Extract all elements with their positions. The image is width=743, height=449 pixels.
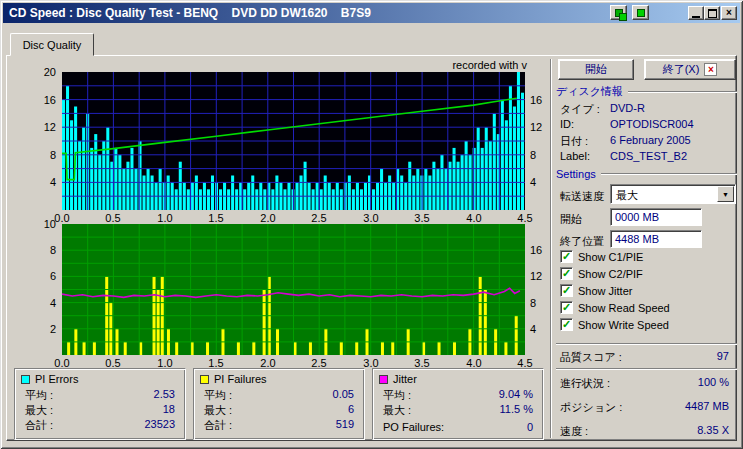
position-value: 4487 MB: [600, 400, 734, 412]
y-tick-label: 12: [44, 121, 56, 133]
disc-type-value: DVD-R: [610, 102, 645, 114]
exit-button[interactable]: 終了(X) ×: [644, 59, 736, 80]
checkbox-label: Show Jitter: [578, 285, 632, 297]
x-tick-label: 2.5: [307, 212, 331, 224]
x-tick-label: 4.0: [462, 212, 486, 224]
disc-id-value: OPTODISCR004: [610, 118, 694, 130]
close-button[interactable]: ×: [721, 6, 737, 20]
y-tick-label: 10: [44, 218, 56, 230]
stat-value: 23523: [144, 418, 175, 431]
checkbox-box: ✓: [560, 301, 573, 314]
disc-label-value: CDS_TEST_B2: [610, 150, 687, 162]
stat-label: 最大 :: [204, 403, 232, 416]
quality-score-value: 97: [600, 350, 734, 362]
checkbox-show-c1-pie[interactable]: ✓ Show C1/PIE: [560, 250, 643, 263]
y-tick-label: 8: [530, 297, 536, 309]
start-position-field[interactable]: 0000 MB: [610, 208, 702, 226]
checkbox-label: Show Read Speed: [578, 302, 670, 314]
settings-header: Settings: [556, 168, 737, 180]
minimize-button[interactable]: [688, 6, 704, 20]
pi-errors-y-axis-right: 161284: [528, 72, 552, 210]
checkbox-box: ✓: [560, 318, 573, 331]
pi-errors-chart: [62, 72, 525, 210]
y-tick-label: 16: [530, 244, 542, 256]
stat-label: 平均 :: [383, 388, 411, 401]
y-tick-label: 4: [50, 176, 56, 188]
checkbox-show-c2-pif[interactable]: ✓ Show C2/PIF: [560, 267, 643, 280]
stat-label: 平均 :: [25, 388, 53, 401]
y-tick-label: 12: [530, 121, 542, 133]
maximize-button[interactable]: [704, 6, 720, 20]
y-tick-label: 4: [530, 323, 536, 335]
stat-value: 6: [348, 403, 354, 416]
pi-failures-legend-panel: PI Failures 平均 :0.05 最大 :6 合計 :519: [193, 368, 365, 440]
transfer-speed-select[interactable]: 最大 ▼: [610, 184, 736, 204]
stat-label: 最大 :: [25, 403, 53, 416]
checkbox-show-jitter[interactable]: ✓ Show Jitter: [560, 284, 632, 297]
start-position-label: 開始: [560, 212, 582, 227]
tab-label: Disc Quality: [23, 39, 82, 51]
check-icon: ✓: [562, 302, 571, 313]
check-icon: ✓: [562, 268, 571, 279]
green-squares-icon: [615, 9, 623, 17]
stat-label: 最大 :: [383, 403, 411, 416]
recorded-with-note: recorded with v: [452, 59, 527, 71]
disc-type-label: タイプ :: [560, 102, 600, 117]
close-icon: ×: [726, 8, 732, 18]
stat-value: 18: [163, 403, 175, 416]
jitter-swatch: [379, 375, 388, 384]
y-tick-label: 4: [530, 176, 536, 188]
disc-date-label: 日付 :: [560, 134, 588, 149]
disc-label-label: Label:: [560, 150, 590, 162]
start-button-label: 開始: [585, 62, 607, 77]
chevron-down-icon[interactable]: ▼: [717, 186, 734, 202]
y-tick-label: 16: [44, 94, 56, 106]
y-tick-label: 8: [50, 244, 56, 256]
x-tick-label: 4.5: [513, 212, 537, 224]
legend-title: PI Failures: [214, 373, 267, 385]
checkbox-box: ✓: [560, 284, 573, 297]
checkbox-show-read-speed[interactable]: ✓ Show Read Speed: [560, 301, 670, 314]
checkbox-show-write-speed[interactable]: ✓ Show Write Speed: [560, 318, 669, 331]
start-position-value: 0000 MB: [615, 211, 659, 223]
stat-label: 合計 :: [204, 418, 232, 431]
stat-value: 11.5 %: [500, 403, 533, 416]
checkbox-box: ✓: [560, 250, 573, 263]
y-tick-label: 2: [50, 323, 56, 335]
y-tick-label: 8: [50, 149, 56, 161]
y-tick-label: 8: [530, 149, 536, 161]
stat-label: 合計 :: [25, 418, 53, 431]
checkbox-label: Show C2/PIF: [578, 268, 643, 280]
titlebar-extra-button-1[interactable]: [610, 5, 627, 20]
checkbox-label: Show C1/PIE: [578, 251, 643, 263]
end-position-field[interactable]: 4488 MB: [610, 230, 702, 248]
x-tick-label: 3.5: [410, 212, 434, 224]
stat-value: 0: [527, 421, 533, 434]
check-icon: ✓: [562, 285, 571, 296]
start-button[interactable]: 開始: [558, 59, 634, 80]
window-title: CD Speed : Disc Quality Test - BENQ DVD …: [9, 6, 371, 20]
minimize-icon: [692, 16, 700, 18]
disc-id-label: ID:: [560, 118, 574, 130]
checkbox-box: ✓: [560, 267, 573, 280]
pi-errors-y-axis-left: 20161284: [30, 72, 58, 210]
pi-failures-y-axis-right: 161284: [528, 224, 552, 355]
pi-failures-y-axis-left: 108642: [30, 224, 58, 355]
disc-info-title: ディスク情報: [556, 84, 623, 99]
stat-value: 2.53: [154, 388, 175, 401]
end-position-value: 4488 MB: [615, 233, 659, 245]
disc-info-header: ディスク情報: [556, 84, 737, 99]
transfer-speed-value: 最大: [616, 188, 638, 203]
titlebar-extra-button-2[interactable]: [632, 5, 649, 20]
x-tick-label: 2.0: [256, 212, 280, 224]
pi-errors-swatch: [21, 375, 30, 384]
checkbox-label: Show Write Speed: [578, 319, 669, 331]
tab-disc-quality[interactable]: Disc Quality: [10, 33, 94, 56]
y-tick-label: 16: [530, 94, 542, 106]
stat-label: PO Failures:: [383, 421, 444, 434]
x-tick-label: 1.5: [204, 212, 228, 224]
stat-value: 0.05: [333, 388, 354, 401]
titlebar[interactable]: CD Speed : Disc Quality Test - BENQ DVD …: [3, 3, 740, 23]
jitter-legend-panel: Jitter 平均 :9.04 % 最大 :11.5 % PO Failures…: [372, 368, 544, 440]
y-tick-label: 20: [44, 66, 56, 78]
